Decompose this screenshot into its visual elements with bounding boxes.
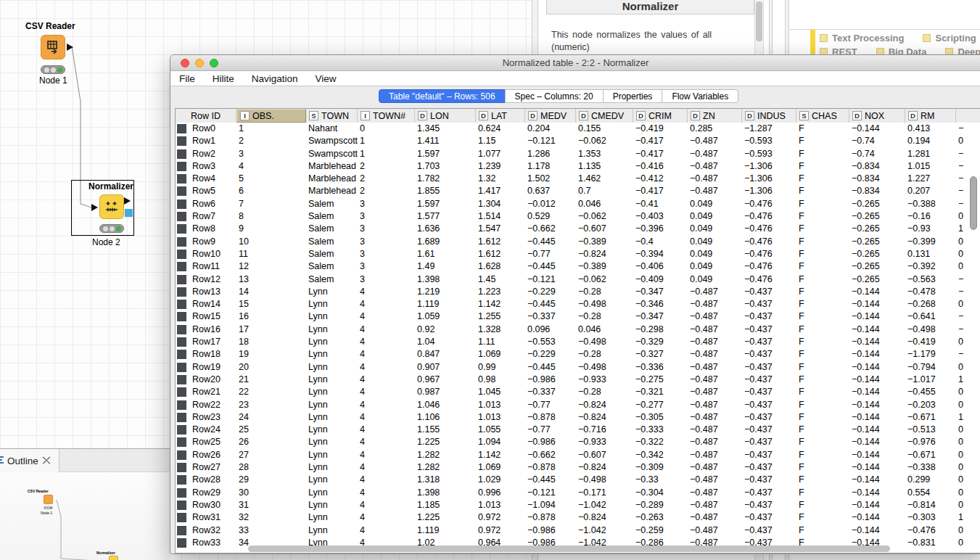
table-row[interactable]: Row2122Lynn40.9871.045−0.337−0.28−0.321−…: [176, 386, 980, 398]
column-header-obs-[interactable]: IOBS.: [236, 109, 306, 123]
table-row[interactable]: Row67Salem31.5971.304−0.0120.046−0.410.0…: [176, 198, 980, 210]
table-row[interactable]: Row1213Salem31.3981.45−0.121−0.062−0.409…: [176, 273, 980, 286]
column-header-crim[interactable]: DCRIM: [633, 109, 688, 123]
normalized-table-window: Normalized table - 2:2 - Normalizer File…: [170, 54, 980, 554]
outline-minimap[interactable]: CSV Reader Node 1 Normalizer: [0, 473, 170, 560]
table-row[interactable]: Row3233Lynn41.1190.972−0.986−1.042−0.259…: [176, 524, 980, 537]
column-header-cmedv[interactable]: DCMEDV: [576, 109, 633, 123]
table-row[interactable]: Row56Marblehead21.8551.4170.6370.7−0.417…: [176, 185, 980, 197]
table-cell: −0.275: [633, 374, 688, 386]
column-header-town[interactable]: STOWN: [306, 109, 358, 123]
table-cell: −0.487: [688, 148, 742, 160]
row-id-cell: Row8: [190, 223, 236, 235]
clipped-cell: 1: [956, 411, 980, 424]
table-cell: Marblehead: [306, 160, 358, 173]
description-scrollbar-thumb[interactable]: [756, 1, 762, 41]
table-cell: −0.476: [742, 223, 796, 235]
table-row[interactable]: Row34Marblehead21.7031.2391.1781.135−0.4…: [176, 160, 980, 173]
horizontal-scrollbar[interactable]: [248, 545, 890, 552]
column-header-row-id[interactable]: Row ID: [176, 109, 236, 123]
table-row[interactable]: Row89Salem31.6361.547−0.662−0.607−0.3960…: [176, 223, 980, 235]
normalizer-node-selection[interactable]: Normalizer: [71, 180, 134, 236]
repository-item-scripting[interactable]: Scripting: [923, 33, 976, 44]
table-cell: 1.142: [476, 298, 525, 310]
column-header-medv[interactable]: DMEDV: [525, 109, 576, 123]
table-cell: −0.498: [576, 474, 633, 486]
output-port[interactable]: [124, 197, 131, 205]
column-header-lat[interactable]: DLAT: [476, 109, 525, 123]
column-header-lon[interactable]: DLON: [415, 109, 476, 123]
table-row[interactable]: Row2930Lynn41.3980.996−0.121−0.171−0.304…: [176, 487, 980, 499]
table-row[interactable]: Row1112Salem31.491.628−0.445−0.389−0.406…: [176, 260, 980, 273]
clipped-cell: 1: [956, 374, 980, 386]
table-cell: −0.396: [633, 223, 688, 235]
table-cell: 10: [236, 236, 306, 248]
table-row[interactable]: Row1920Lynn40.9070.99−0.445−0.498−0.336−…: [176, 361, 980, 374]
repository-item-text-processing[interactable]: Text Processing: [820, 33, 904, 44]
table-row[interactable]: Row78Salem31.5771.5140.529−0.062−0.4030.…: [176, 210, 980, 223]
table-row[interactable]: Row2425Lynn41.1551.055−0.77−0.716−0.333−…: [176, 424, 980, 436]
table-row[interactable]: Row1516Lynn41.0591.255−0.337−0.28−0.347−…: [176, 310, 980, 323]
column-header-rm[interactable]: DRM: [905, 109, 956, 123]
table-row[interactable]: Row2829Lynn41.3181.029−0.445−0.498−0.33−…: [176, 474, 980, 486]
table-row[interactable]: Row12Swampscott11.4111.15−0.121−0.062−0.…: [176, 135, 980, 147]
table-cell: −0.437: [742, 298, 796, 310]
table-row[interactable]: Row01Nahant01.3450.6240.2040.155−0.4190.…: [176, 123, 980, 135]
vertical-scrollbar[interactable]: [970, 176, 977, 230]
window-titlebar[interactable]: Normalized table - 2:2 - Normalizer: [170, 55, 980, 71]
menu-item-file[interactable]: File: [179, 73, 195, 84]
column-header-zn[interactable]: DZN: [688, 109, 742, 123]
tab-outline[interactable]: Outline ⤫: [0, 449, 59, 472]
table-row[interactable]: Row1415Lynn41.1191.142−0.445−0.498−0.346…: [176, 298, 980, 310]
table-row[interactable]: Row2223Lynn41.0461.013−0.77−0.824−0.277−…: [176, 399, 980, 411]
table-row[interactable]: Row23Swampscott11.5971.0771.2861.353−0.4…: [176, 148, 980, 160]
tab-table-default-rows-[interactable]: Table "default" – Rows: 506: [379, 89, 506, 103]
input-port[interactable]: [91, 204, 98, 211]
column-header-indus[interactable]: DINDUS: [742, 109, 796, 123]
table-row[interactable]: Row3031Lynn41.1851.013−1.094−1.042−0.289…: [176, 499, 980, 511]
table-cell: 0.204: [525, 123, 576, 135]
column-header-label: RM: [921, 111, 934, 121]
column-header-town#[interactable]: ITOWN#: [358, 109, 415, 123]
table-row[interactable]: Row2021Lynn40.9670.98−0.986−0.933−0.275−…: [176, 374, 980, 386]
table-row[interactable]: Row1011Salem31.611.612−0.77−0.824−0.3940…: [176, 248, 980, 260]
table-cell: −1.042: [576, 524, 633, 537]
menu-item-hilite[interactable]: Hilite: [213, 73, 234, 84]
table-cell: 1.398: [415, 273, 476, 286]
table-row[interactable]: Row1718Lynn41.041.11−0.553−0.498−0.329−0…: [176, 336, 980, 348]
table-row[interactable]: Row2627Lynn41.2821.142−0.662−0.607−0.342…: [176, 449, 980, 461]
table-cell: Lynn: [306, 361, 358, 374]
menu-item-view[interactable]: View: [316, 73, 337, 84]
model-output-port[interactable]: [125, 209, 133, 217]
tab-spec-columns-[interactable]: Spec – Columns: 20: [505, 89, 604, 103]
table-row[interactable]: Row1314Lynn41.2191.223−0.229−0.28−0.347−…: [176, 286, 980, 298]
table-cell: 1.782: [415, 173, 476, 185]
data-table[interactable]: Row IDIOBS.STOWNITOWN#DLONDLATDMEDVDCMED…: [175, 108, 980, 553]
table-row[interactable]: Row1819Lynn40.8471.069−0.229−0.28−0.327−…: [176, 348, 980, 361]
column-header-chas[interactable]: SCHAS: [796, 109, 849, 123]
table-cell: −0.412: [633, 173, 688, 185]
table-row[interactable]: Row2324Lynn41.1061.013−0.878−0.824−0.305…: [176, 411, 980, 424]
table-row[interactable]: Row910Salem31.6891.612−0.445−0.389−0.40.…: [176, 236, 980, 248]
table-cell: −0.933: [576, 374, 633, 386]
row-id-cell: Row32: [190, 524, 236, 537]
table-cell: 1.45: [476, 273, 525, 286]
table-row[interactable]: Row2728Lynn41.2821.069−0.878−0.824−0.309…: [176, 461, 980, 474]
csv-reader-node[interactable]: [41, 35, 65, 59]
normalizer-node[interactable]: [99, 194, 124, 219]
output-port[interactable]: [67, 44, 73, 51]
table-row[interactable]: Row45Marblehead21.7821.321.5021.462−0.41…: [176, 173, 980, 185]
tab-properties[interactable]: Properties: [603, 89, 663, 103]
table-cell: −0.144: [849, 487, 905, 499]
table-row[interactable]: Row1617Lynn40.921.3280.0960.046−0.298−0.…: [176, 324, 980, 336]
column-header-clipped: [956, 109, 980, 123]
column-header-nox[interactable]: DNOX: [849, 109, 905, 123]
menu-item-navigation[interactable]: Navigation: [252, 73, 298, 84]
tab-flow-variables[interactable]: Flow Variables: [662, 89, 738, 103]
mini-csv-label: Node 1: [41, 511, 52, 515]
table-cell: F: [796, 424, 849, 436]
table-row[interactable]: Row3132Lynn41.2250.972−0.878−0.824−0.263…: [176, 511, 980, 524]
outline-menu-icon[interactable]: ⤫: [43, 455, 50, 466]
table-cell: −0.834: [849, 173, 905, 185]
table-row[interactable]: Row2526Lynn41.2251.094−0.986−0.933−0.322…: [176, 436, 980, 448]
